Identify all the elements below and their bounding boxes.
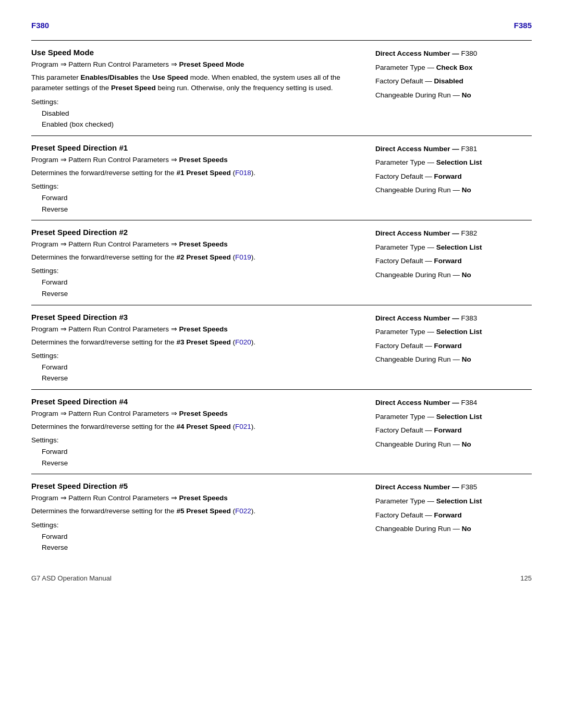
dan-value: F382 [461, 229, 478, 237]
settings-label: Settings: [31, 521, 365, 529]
link[interactable]: F018 [235, 169, 251, 177]
settings-item: Forward [42, 446, 365, 458]
section-preset-speed-direction-5: Preset Speed Direction #5 Program ⇒ Patt… [31, 474, 532, 558]
changeable-row: Changeable During Run — No [375, 269, 532, 281]
changeable-label: Changeable During Run — [375, 186, 462, 194]
param-type-value: Selection List [436, 243, 482, 251]
dan-label: Direct Access Number — [375, 314, 461, 322]
breadcrumb: Program ⇒ Pattern Run Control Parameters… [31, 60, 365, 68]
settings-item: Forward [42, 192, 365, 204]
footer-left: G7 ASD Operation Manual [31, 574, 112, 582]
param-type-row: Parameter Type — Selection List [375, 326, 532, 338]
breadcrumb: Program ⇒ Pattern Run Control Parameters… [31, 325, 365, 333]
description: Determines the forward/reverse setting f… [31, 252, 365, 263]
settings-item: Reverse [42, 458, 365, 469]
breadcrumb: Program ⇒ Pattern Run Control Parameters… [31, 155, 365, 164]
section-preset-speed-direction-2: Preset Speed Direction #2 Program ⇒ Patt… [31, 220, 532, 304]
breadcrumb: Program ⇒ Pattern Run Control Parameters… [31, 493, 365, 502]
factory-default-value: Forward [434, 426, 462, 434]
section-preset-speed-direction-3: Preset Speed Direction #3 Program ⇒ Patt… [31, 305, 532, 389]
link[interactable]: F019 [235, 253, 251, 261]
param-type-value: Selection List [436, 413, 482, 421]
param-type-label: Parameter Type — [375, 413, 436, 421]
dan-row: Direct Access Number — F380 [375, 48, 532, 59]
right-col: Direct Access Number — F381 Parameter Ty… [375, 143, 532, 215]
changeable-row: Changeable During Run — No [375, 184, 532, 196]
left-col: Preset Speed Direction #5 Program ⇒ Patt… [31, 482, 365, 553]
param-type-value: Selection List [436, 328, 482, 336]
factory-default-row: Factory Default — Disabled [375, 76, 532, 87]
factory-default-value: Forward [434, 257, 462, 265]
header-right: F385 [514, 21, 532, 30]
description: Determines the forward/reverse setting f… [31, 168, 365, 178]
factory-default-row: Factory Default — Forward [375, 171, 532, 182]
changeable-label: Changeable During Run — [375, 355, 462, 363]
changeable-value: No [462, 440, 471, 448]
left-col: Preset Speed Direction #3 Program ⇒ Patt… [31, 313, 365, 384]
dan-label: Direct Access Number — [375, 229, 461, 237]
breadcrumb: Program ⇒ Pattern Run Control Parameters… [31, 409, 365, 417]
param-type-row: Parameter Type — Selection List [375, 496, 532, 507]
changeable-label: Changeable During Run — [375, 91, 462, 99]
section-preset-speed-direction-1: Preset Speed Direction #1 Program ⇒ Patt… [31, 135, 532, 220]
right-col: Direct Access Number — F380 Parameter Ty… [375, 48, 532, 130]
section-title: Preset Speed Direction #4 [31, 397, 365, 406]
header-left: F380 [31, 21, 49, 30]
param-type-row: Parameter Type — Selection List [375, 242, 532, 253]
settings-list: DisabledEnabled (box checked) [31, 108, 365, 130]
page-footer: G7 ASD Operation Manual 125 [31, 574, 532, 582]
param-type-row: Parameter Type — Check Box [375, 62, 532, 73]
settings-list: ForwardReverse [31, 277, 365, 299]
left-col: Preset Speed Direction #2 Program ⇒ Patt… [31, 228, 365, 299]
dan-value: F384 [461, 399, 478, 406]
factory-default-label: Factory Default — [375, 77, 434, 85]
dan-label: Direct Access Number — [375, 483, 461, 491]
dan-row: Direct Access Number — F384 [375, 397, 532, 409]
param-type-value: Selection List [436, 497, 482, 505]
param-type-label: Parameter Type — [375, 243, 436, 251]
dan-row: Direct Access Number — F381 [375, 143, 532, 155]
section-title: Preset Speed Direction #2 [31, 228, 365, 237]
section-title: Preset Speed Direction #3 [31, 313, 365, 322]
param-type-label: Parameter Type — [375, 328, 436, 336]
factory-default-label: Factory Default — [375, 426, 434, 434]
changeable-value: No [462, 91, 471, 99]
dan-row: Direct Access Number — F383 [375, 313, 532, 324]
factory-default-row: Factory Default — Forward [375, 425, 532, 436]
factory-default-label: Factory Default — [375, 342, 434, 350]
left-col: Preset Speed Direction #1 Program ⇒ Patt… [31, 143, 365, 215]
changeable-row: Changeable During Run — No [375, 90, 532, 101]
changeable-label: Changeable During Run — [375, 271, 462, 279]
settings-item: Reverse [42, 373, 365, 384]
factory-default-value: Forward [434, 172, 462, 180]
factory-default-row: Factory Default — Forward [375, 510, 532, 521]
param-type-row: Parameter Type — Selection List [375, 411, 532, 423]
link[interactable]: F022 [235, 507, 251, 515]
link[interactable]: F020 [235, 338, 251, 346]
changeable-value: No [462, 355, 471, 363]
settings-list: ForwardReverse [31, 362, 365, 384]
section-preset-speed-direction-4: Preset Speed Direction #4 Program ⇒ Patt… [31, 389, 532, 474]
settings-label: Settings: [31, 436, 365, 444]
right-col: Direct Access Number — F385 Parameter Ty… [375, 482, 532, 553]
param-type-label: Parameter Type — [375, 497, 436, 505]
section-title: Preset Speed Direction #5 [31, 482, 365, 490]
changeable-value: No [462, 186, 471, 194]
changeable-value: No [462, 525, 471, 533]
factory-default-row: Factory Default — Forward [375, 255, 532, 267]
settings-item: Disabled [42, 108, 365, 119]
right-col: Direct Access Number — F384 Parameter Ty… [375, 397, 532, 468]
factory-default-label: Factory Default — [375, 511, 434, 519]
factory-default-value: Disabled [434, 77, 463, 85]
dan-row: Direct Access Number — F385 [375, 482, 532, 493]
factory-default-row: Factory Default — Forward [375, 340, 532, 352]
link[interactable]: F021 [235, 423, 251, 430]
footer-right: 125 [520, 574, 532, 582]
settings-item: Reverse [42, 204, 365, 215]
dan-row: Direct Access Number — F382 [375, 228, 532, 239]
factory-default-label: Factory Default — [375, 257, 434, 265]
param-type-label: Parameter Type — [375, 158, 436, 166]
settings-label: Settings: [31, 182, 365, 190]
left-col: Use Speed Mode Program ⇒ Pattern Run Con… [31, 48, 365, 130]
settings-label: Settings: [31, 267, 365, 275]
